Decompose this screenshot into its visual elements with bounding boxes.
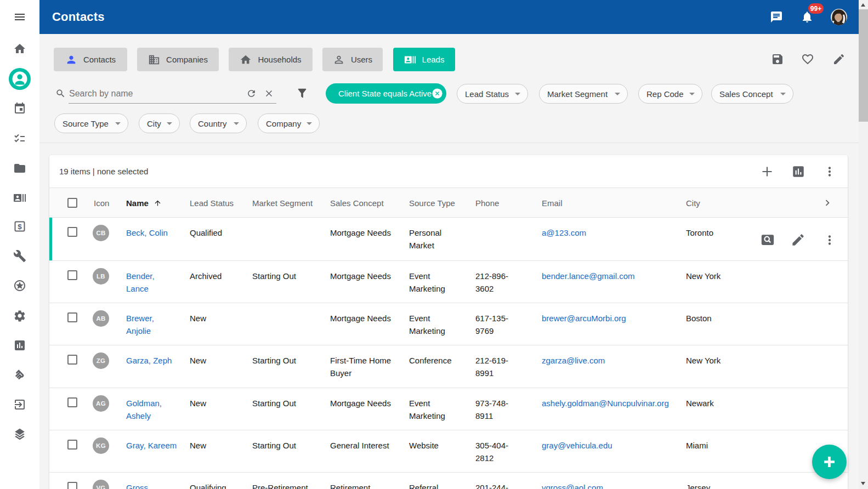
- svg-text:$: $: [18, 223, 22, 231]
